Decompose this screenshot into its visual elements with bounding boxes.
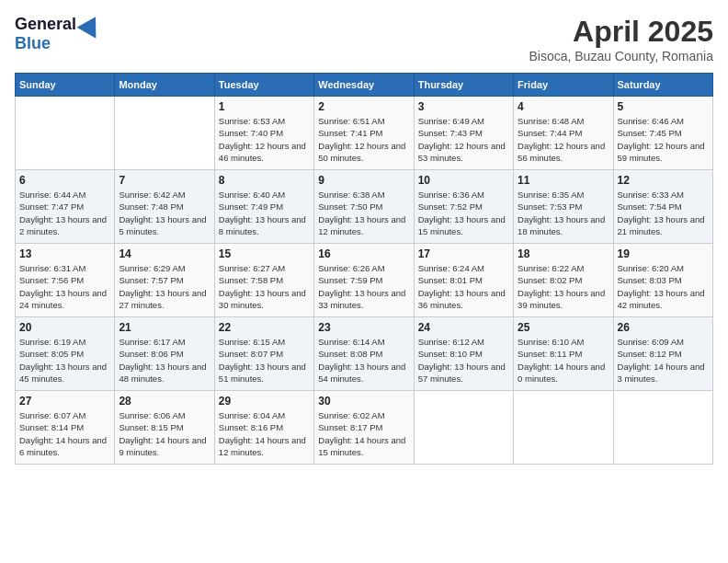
day-cell: 14Sunrise: 6:29 AM Sunset: 7:57 PM Dayli… bbox=[115, 244, 214, 317]
day-number: 4 bbox=[518, 100, 609, 113]
day-cell: 2Sunrise: 6:51 AM Sunset: 7:41 PM Daylig… bbox=[314, 97, 414, 170]
day-cell: 13Sunrise: 6:31 AM Sunset: 7:56 PM Dayli… bbox=[16, 244, 115, 317]
day-cell: 9Sunrise: 6:38 AM Sunset: 7:50 PM Daylig… bbox=[314, 170, 414, 244]
day-info: Sunrise: 6:22 AM Sunset: 8:02 PM Dayligh… bbox=[518, 262, 609, 311]
weekday-header-friday: Friday bbox=[514, 74, 613, 97]
day-cell: 28Sunrise: 6:06 AM Sunset: 8:15 PM Dayli… bbox=[115, 391, 214, 465]
week-row-1: 1Sunrise: 6:53 AM Sunset: 7:40 PM Daylig… bbox=[16, 97, 713, 170]
day-cell bbox=[16, 97, 115, 170]
day-info: Sunrise: 6:15 AM Sunset: 8:07 PM Dayligh… bbox=[219, 336, 310, 385]
day-info: Sunrise: 6:42 AM Sunset: 7:48 PM Dayligh… bbox=[119, 189, 210, 237]
day-cell: 24Sunrise: 6:12 AM Sunset: 8:10 PM Dayli… bbox=[414, 317, 513, 391]
title-area: April 2025 Bisoca, Buzau County, Romania bbox=[529, 15, 713, 63]
day-info: Sunrise: 6:19 AM Sunset: 8:05 PM Dayligh… bbox=[19, 336, 110, 385]
day-cell: 12Sunrise: 6:33 AM Sunset: 7:54 PM Dayli… bbox=[613, 170, 712, 244]
day-info: Sunrise: 6:44 AM Sunset: 7:47 PM Dayligh… bbox=[19, 189, 110, 237]
day-cell: 16Sunrise: 6:26 AM Sunset: 7:59 PM Dayli… bbox=[314, 244, 414, 317]
day-number: 15 bbox=[219, 247, 310, 260]
day-cell: 5Sunrise: 6:46 AM Sunset: 7:45 PM Daylig… bbox=[613, 97, 712, 170]
week-row-2: 6Sunrise: 6:44 AM Sunset: 7:47 PM Daylig… bbox=[16, 170, 713, 244]
day-number: 9 bbox=[318, 174, 409, 187]
week-row-4: 20Sunrise: 6:19 AM Sunset: 8:05 PM Dayli… bbox=[16, 317, 713, 391]
day-cell: 6Sunrise: 6:44 AM Sunset: 7:47 PM Daylig… bbox=[16, 170, 115, 244]
day-number: 24 bbox=[418, 321, 509, 334]
day-cell: 18Sunrise: 6:22 AM Sunset: 8:02 PM Dayli… bbox=[514, 244, 613, 317]
logo-blue-text: Blue bbox=[15, 34, 51, 53]
day-info: Sunrise: 6:38 AM Sunset: 7:50 PM Dayligh… bbox=[318, 189, 409, 237]
day-info: Sunrise: 6:02 AM Sunset: 8:17 PM Dayligh… bbox=[318, 409, 409, 458]
day-info: Sunrise: 6:17 AM Sunset: 8:06 PM Dayligh… bbox=[119, 336, 210, 385]
day-info: Sunrise: 6:48 AM Sunset: 7:44 PM Dayligh… bbox=[518, 115, 609, 164]
day-number: 2 bbox=[318, 100, 409, 113]
day-number: 6 bbox=[19, 174, 110, 187]
day-number: 14 bbox=[119, 247, 210, 260]
day-number: 19 bbox=[618, 247, 709, 260]
day-cell: 22Sunrise: 6:15 AM Sunset: 8:07 PM Dayli… bbox=[214, 317, 313, 391]
day-info: Sunrise: 6:07 AM Sunset: 8:14 PM Dayligh… bbox=[19, 409, 110, 458]
day-cell: 7Sunrise: 6:42 AM Sunset: 7:48 PM Daylig… bbox=[115, 170, 214, 244]
day-number: 26 bbox=[618, 321, 709, 334]
day-number: 21 bbox=[119, 321, 210, 334]
day-number: 1 bbox=[219, 100, 310, 113]
day-number: 28 bbox=[119, 395, 210, 408]
day-cell bbox=[414, 391, 513, 465]
day-cell: 23Sunrise: 6:14 AM Sunset: 8:08 PM Dayli… bbox=[314, 317, 414, 391]
day-info: Sunrise: 6:53 AM Sunset: 7:40 PM Dayligh… bbox=[219, 115, 310, 164]
day-cell: 21Sunrise: 6:17 AM Sunset: 8:06 PM Dayli… bbox=[115, 317, 214, 391]
day-number: 8 bbox=[219, 174, 310, 187]
day-cell: 26Sunrise: 6:09 AM Sunset: 8:12 PM Dayli… bbox=[613, 317, 712, 391]
logo-triangle-icon bbox=[77, 11, 106, 38]
location-title: Bisoca, Buzau County, Romania bbox=[529, 49, 713, 63]
day-info: Sunrise: 6:24 AM Sunset: 8:01 PM Dayligh… bbox=[418, 262, 509, 311]
day-number: 17 bbox=[418, 247, 509, 260]
day-info: Sunrise: 6:20 AM Sunset: 8:03 PM Dayligh… bbox=[618, 262, 709, 311]
day-cell: 17Sunrise: 6:24 AM Sunset: 8:01 PM Dayli… bbox=[414, 244, 513, 317]
weekday-row: SundayMondayTuesdayWednesdayThursdayFrid… bbox=[16, 74, 713, 97]
day-cell: 1Sunrise: 6:53 AM Sunset: 7:40 PM Daylig… bbox=[214, 97, 313, 170]
day-cell bbox=[613, 391, 712, 465]
day-cell: 11Sunrise: 6:35 AM Sunset: 7:53 PM Dayli… bbox=[514, 170, 613, 244]
day-cell: 15Sunrise: 6:27 AM Sunset: 7:58 PM Dayli… bbox=[214, 244, 313, 317]
weekday-header-wednesday: Wednesday bbox=[314, 74, 414, 97]
week-row-3: 13Sunrise: 6:31 AM Sunset: 7:56 PM Dayli… bbox=[16, 244, 713, 317]
day-info: Sunrise: 6:46 AM Sunset: 7:45 PM Dayligh… bbox=[618, 115, 709, 164]
day-info: Sunrise: 6:04 AM Sunset: 8:16 PM Dayligh… bbox=[219, 409, 310, 458]
weekday-header-thursday: Thursday bbox=[414, 74, 513, 97]
day-cell: 20Sunrise: 6:19 AM Sunset: 8:05 PM Dayli… bbox=[16, 317, 115, 391]
day-number: 7 bbox=[119, 174, 210, 187]
day-cell: 30Sunrise: 6:02 AM Sunset: 8:17 PM Dayli… bbox=[314, 391, 414, 465]
day-number: 16 bbox=[318, 247, 409, 260]
day-info: Sunrise: 6:06 AM Sunset: 8:15 PM Dayligh… bbox=[119, 409, 210, 458]
day-number: 29 bbox=[219, 395, 310, 408]
day-cell: 27Sunrise: 6:07 AM Sunset: 8:14 PM Dayli… bbox=[16, 391, 115, 465]
day-info: Sunrise: 6:14 AM Sunset: 8:08 PM Dayligh… bbox=[318, 336, 409, 385]
day-info: Sunrise: 6:40 AM Sunset: 7:49 PM Dayligh… bbox=[219, 189, 310, 237]
day-info: Sunrise: 6:10 AM Sunset: 8:11 PM Dayligh… bbox=[518, 336, 609, 385]
day-info: Sunrise: 6:51 AM Sunset: 7:41 PM Dayligh… bbox=[318, 115, 409, 164]
weekday-header-sunday: Sunday bbox=[16, 74, 115, 97]
month-title: April 2025 bbox=[529, 15, 713, 49]
week-row-5: 27Sunrise: 6:07 AM Sunset: 8:14 PM Dayli… bbox=[16, 391, 713, 465]
weekday-header-saturday: Saturday bbox=[613, 74, 712, 97]
calendar-table: SundayMondayTuesdayWednesdayThursdayFrid… bbox=[15, 73, 713, 465]
day-info: Sunrise: 6:49 AM Sunset: 7:43 PM Dayligh… bbox=[418, 115, 509, 164]
day-cell: 10Sunrise: 6:36 AM Sunset: 7:52 PM Dayli… bbox=[414, 170, 513, 244]
logo: General Blue bbox=[15, 15, 102, 53]
logo-general-text: General bbox=[15, 15, 76, 34]
day-number: 25 bbox=[518, 321, 609, 334]
day-info: Sunrise: 6:27 AM Sunset: 7:58 PM Dayligh… bbox=[219, 262, 310, 311]
weekday-header-tuesday: Tuesday bbox=[214, 74, 313, 97]
day-cell: 4Sunrise: 6:48 AM Sunset: 7:44 PM Daylig… bbox=[514, 97, 613, 170]
day-cell bbox=[514, 391, 613, 465]
day-number: 10 bbox=[418, 174, 509, 187]
calendar-body: 1Sunrise: 6:53 AM Sunset: 7:40 PM Daylig… bbox=[16, 97, 713, 465]
day-info: Sunrise: 6:26 AM Sunset: 7:59 PM Dayligh… bbox=[318, 262, 409, 311]
day-cell: 3Sunrise: 6:49 AM Sunset: 7:43 PM Daylig… bbox=[414, 97, 513, 170]
day-info: Sunrise: 6:35 AM Sunset: 7:53 PM Dayligh… bbox=[518, 189, 609, 237]
calendar-header: SundayMondayTuesdayWednesdayThursdayFrid… bbox=[16, 74, 713, 97]
day-cell: 8Sunrise: 6:40 AM Sunset: 7:49 PM Daylig… bbox=[214, 170, 313, 244]
day-number: 5 bbox=[618, 100, 709, 113]
day-info: Sunrise: 6:36 AM Sunset: 7:52 PM Dayligh… bbox=[418, 189, 509, 237]
day-number: 23 bbox=[318, 321, 409, 334]
day-number: 11 bbox=[518, 174, 609, 187]
